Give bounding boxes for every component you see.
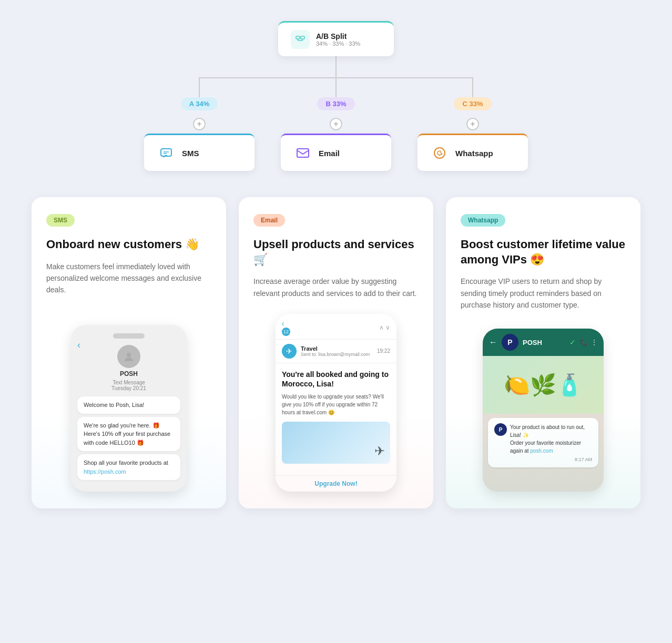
svg-point-9 <box>434 148 445 158</box>
email-card: Email Upsell products and services 🛒 Inc… <box>239 197 433 508</box>
email-sender-addr: Sent to: lisa.brown@mymail.com <box>301 352 377 357</box>
whatsapp-badge: Whatsapp <box>461 214 505 227</box>
root-subtitle: 34% · 33% · 33% <box>316 40 360 47</box>
email-back: ‹ 12 <box>282 319 290 336</box>
cards-section: SMS Onboard new customers 👋 Make custome… <box>0 187 672 529</box>
branch-a-plus[interactable]: + <box>193 118 206 130</box>
wa-product-image: 🍋🌿🧴 <box>483 356 604 414</box>
email-time: 19:22 <box>377 348 390 354</box>
email-channel-card[interactable]: Email <box>281 134 391 171</box>
whatsapp-channel-card[interactable]: Whatsapp <box>418 134 528 171</box>
sms-phone: ‹ POSH Text Message Tuesday 20:21 Welcom… <box>71 325 187 492</box>
email-arrows: ∧ ∨ <box>379 324 390 331</box>
email-sender-info: Travel Sent to: lisa.brown@mymail.com <box>301 345 377 357</box>
sms-bubble-1: Welcome to Posh, Lisa! <box>77 396 180 414</box>
branch-c-label: C 33% <box>454 97 491 110</box>
sms-channel-card[interactable]: SMS <box>144 134 254 171</box>
email-body-text: Would you like to upgrade your seats? We… <box>282 393 390 416</box>
ab-split-node[interactable]: A/B Split 34% · 33% · 33% <box>278 21 394 56</box>
branch-b-plus[interactable]: + <box>330 118 342 130</box>
email-sender-icon: ✈ <box>282 344 297 359</box>
sms-avatar <box>117 345 140 368</box>
wa-contact-name: POSH <box>523 339 565 346</box>
branch-c-col: C 33% + Whatsapp <box>404 78 541 171</box>
wa-avatar: P <box>502 334 518 351</box>
wa-header: ← P POSH ✓ 📞 ⋮ <box>483 329 604 356</box>
sms-phone-mockup: ‹ POSH Text Message Tuesday 20:21 Welcom… <box>46 311 211 492</box>
sms-heading: Onboard new customers 👋 <box>46 237 211 252</box>
whatsapp-desc: Encourage VIP users to return and shop b… <box>461 275 626 311</box>
wa-back-arrow: ← <box>489 338 497 347</box>
sms-back-arrow: ‹ <box>77 340 80 351</box>
sms-contact-area: POSH <box>77 345 180 377</box>
branch-a-col: A 34% + SMS <box>131 78 268 171</box>
email-sender-row: ✈ Travel Sent to: lisa.brown@mymail.com … <box>276 340 396 363</box>
wa-product-image-content: 🍋🌿🧴 <box>483 356 604 414</box>
email-header: ‹ 12 ∧ ∨ <box>276 314 396 340</box>
sms-meta: Text Message Tuesday 20:21 <box>77 380 180 391</box>
flowchart-section: A/B Split 34% · 33% · 33% A 34% + <box>0 0 672 187</box>
svg-rect-5 <box>161 149 171 156</box>
branch-c-plus[interactable]: + <box>466 118 479 130</box>
sms-card: SMS Onboard new customers 👋 Make custome… <box>32 197 226 508</box>
sms-bubble-2: We're so glad you're here. 🎁Here's 10% o… <box>77 417 180 452</box>
email-channel-name: Email <box>319 149 340 158</box>
whatsapp-channel-icon <box>430 144 449 162</box>
wa-menu-icon[interactable]: ⋮ <box>591 339 597 346</box>
svg-rect-1 <box>301 36 304 39</box>
email-desc: Increase average order value by suggesti… <box>253 275 419 299</box>
email-image <box>282 422 390 464</box>
svg-point-10 <box>127 353 131 357</box>
branch-b-label: B 33% <box>317 97 354 110</box>
sms-bubble-3: Shop all your favorite products at https… <box>77 454 180 480</box>
whatsapp-heading: Boost customer lifetime value among VIPs… <box>461 237 626 267</box>
wa-call-icon[interactable]: 📞 <box>580 339 588 346</box>
root-title: A/B Split <box>316 32 360 40</box>
email-badge: Email <box>253 214 285 227</box>
wa-verified-icon: ✓ <box>569 338 576 346</box>
email-heading: Upsell products and services 🛒 <box>253 237 419 267</box>
svg-rect-0 <box>296 36 300 39</box>
sms-link: https://posh.com <box>84 468 126 475</box>
branch-a-label: A 34% <box>181 97 218 110</box>
whatsapp-card: Whatsapp Boost customer lifetime value a… <box>446 197 640 508</box>
sms-channel-name: SMS <box>182 149 199 158</box>
wa-action-icons: 📞 ⋮ <box>580 339 597 346</box>
sms-contact-name: POSH <box>77 370 180 377</box>
ab-split-icon <box>291 30 310 49</box>
email-notif: 12 <box>282 328 290 336</box>
email-sender-name: Travel <box>301 345 377 352</box>
sms-channel-icon <box>157 144 176 162</box>
email-channel-icon <box>293 144 312 162</box>
connector-area: A 34% + SMS <box>32 56 640 171</box>
branch-b-col: B 33% + Email <box>268 78 404 171</box>
email-subject: You're all booked and going to Morocco, … <box>282 370 390 389</box>
sms-desc: Make customers feel immediately loved wi… <box>46 261 211 296</box>
whatsapp-channel-name: Whatsapp <box>455 149 493 158</box>
svg-rect-8 <box>297 149 309 157</box>
sms-badge: SMS <box>46 214 75 227</box>
